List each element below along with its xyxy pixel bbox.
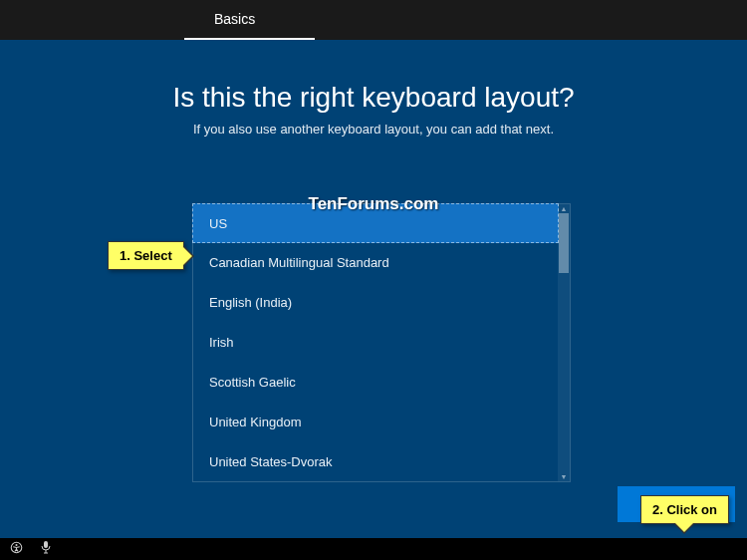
microphone-icon[interactable]	[41, 541, 51, 557]
scrollbar[interactable]: ▲ ▼	[558, 204, 570, 481]
list-item-label: English (India)	[209, 295, 292, 310]
list-item-label: Canadian Multilingual Standard	[209, 255, 389, 270]
list-item[interactable]: United States-Dvorak	[193, 441, 558, 481]
page-title: Is this the right keyboard layout?	[0, 82, 747, 114]
scroll-up-icon[interactable]: ▲	[558, 204, 570, 213]
list-item-label: Irish	[209, 335, 234, 350]
list-inner: US Canadian Multilingual Standard Englis…	[193, 204, 558, 481]
topbar: Basics	[0, 0, 747, 40]
tab-basics[interactable]: Basics	[184, 0, 315, 40]
list-item[interactable]: US	[192, 203, 559, 243]
list-item[interactable]: Irish	[193, 322, 558, 362]
yes-button-label: Yes	[665, 496, 688, 512]
list-item-label: Scottish Gaelic	[209, 375, 296, 390]
svg-point-1	[15, 544, 17, 546]
list-item[interactable]: Canadian Multilingual Standard	[193, 242, 558, 282]
list-item-label: United Kingdom	[209, 415, 302, 429]
list-item[interactable]: English (India)	[193, 282, 558, 322]
list-item-label: United States-Dvorak	[209, 454, 333, 469]
tab-label: Basics	[214, 11, 255, 27]
heading-block: Is this the right keyboard layout? If yo…	[0, 40, 747, 137]
scroll-down-icon[interactable]: ▼	[558, 472, 570, 481]
main-panel: Is this the right keyboard layout? If yo…	[0, 40, 747, 538]
callout-select: 1. Select	[108, 241, 184, 270]
accessibility-icon[interactable]	[10, 541, 23, 557]
list-item[interactable]: Scottish Gaelic	[193, 362, 558, 402]
scrollbar-thumb[interactable]	[559, 213, 569, 273]
bottombar	[0, 538, 747, 560]
list-item-label: US	[209, 216, 227, 231]
list-item[interactable]: United Kingdom	[193, 402, 558, 441]
page-subtitle: If you also use another keyboard layout,…	[0, 122, 747, 137]
keyboard-layout-list: US Canadian Multilingual Standard Englis…	[192, 203, 571, 482]
yes-button[interactable]: Yes	[618, 486, 735, 522]
svg-rect-2	[44, 541, 48, 548]
